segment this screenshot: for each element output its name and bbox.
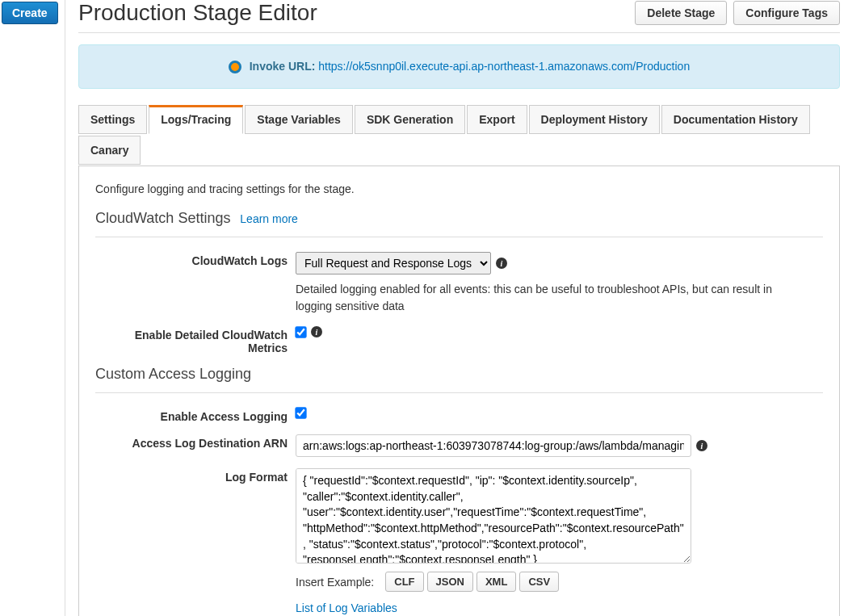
configure-tags-button[interactable]: Configure Tags (733, 1, 840, 25)
info-icon[interactable]: i (311, 326, 322, 337)
info-icon[interactable]: i (496, 258, 507, 269)
detailed-metrics-label: Enable Detailed CloudWatch Metrics (95, 326, 296, 354)
access-log-arn-label: Access Log Destination ARN (95, 434, 296, 450)
tab-documentation-history[interactable]: Documentation History (661, 105, 810, 134)
tab-stage-variables[interactable]: Stage Variables (245, 105, 353, 134)
custom-access-logging-heading: Custom Access Logging (95, 366, 251, 383)
cloudwatch-settings-heading: CloudWatch Settings (95, 210, 230, 227)
tab-sdk-generation[interactable]: SDK Generation (355, 105, 465, 134)
tab-canary[interactable]: Canary (78, 136, 141, 165)
log-format-label: Log Format (95, 468, 296, 484)
cloudwatch-learn-more-link[interactable]: Learn more (240, 212, 298, 225)
tab-export[interactable]: Export (467, 105, 527, 134)
enable-access-logging-checkbox[interactable] (295, 408, 306, 419)
record-icon (229, 61, 241, 73)
invoke-url-panel: Invoke URL: https://ok5snnp0il.execute-a… (78, 44, 840, 89)
format-xml-button[interactable]: XML (476, 572, 516, 592)
format-csv-button[interactable]: CSV (519, 572, 559, 592)
tab-list: Settings Logs/Tracing Stage Variables SD… (78, 105, 840, 166)
enable-access-logging-label: Enable Access Logging (95, 408, 296, 423)
divider (95, 392, 823, 393)
cloudwatch-logs-label: CloudWatch Logs (95, 252, 296, 267)
list-of-log-variables-link[interactable]: List of Log Variables (296, 601, 823, 614)
format-clf-button[interactable]: CLF (385, 572, 423, 592)
divider (95, 237, 823, 237)
cloudwatch-logs-select[interactable]: Full Request and Response Logs (296, 252, 491, 274)
delete-stage-button[interactable]: Delete Stage (635, 1, 727, 25)
invoke-url-link[interactable]: https://ok5snnp0il.execute-api.ap-northe… (318, 60, 690, 73)
divider (78, 32, 840, 33)
page-title: Production Stage Editor (78, 0, 317, 26)
tab-settings[interactable]: Settings (78, 105, 147, 134)
info-icon[interactable]: i (696, 440, 707, 451)
tab-logs-tracing[interactable]: Logs/Tracing (149, 105, 243, 134)
access-log-arn-input[interactable] (296, 434, 691, 457)
invoke-url-label: Invoke URL: (250, 60, 316, 73)
insert-example-label: Insert Example: (296, 576, 374, 589)
create-button[interactable]: Create (2, 2, 58, 24)
format-json-button[interactable]: JSON (427, 572, 473, 592)
tab-deployment-history[interactable]: Deployment History (529, 105, 660, 134)
stage-description: Configure logging and tracing settings f… (95, 182, 823, 195)
detailed-metrics-checkbox[interactable] (295, 326, 306, 337)
log-format-textarea[interactable] (296, 468, 691, 564)
cloudwatch-logs-help: Detailed logging enabled for all events:… (296, 281, 780, 315)
